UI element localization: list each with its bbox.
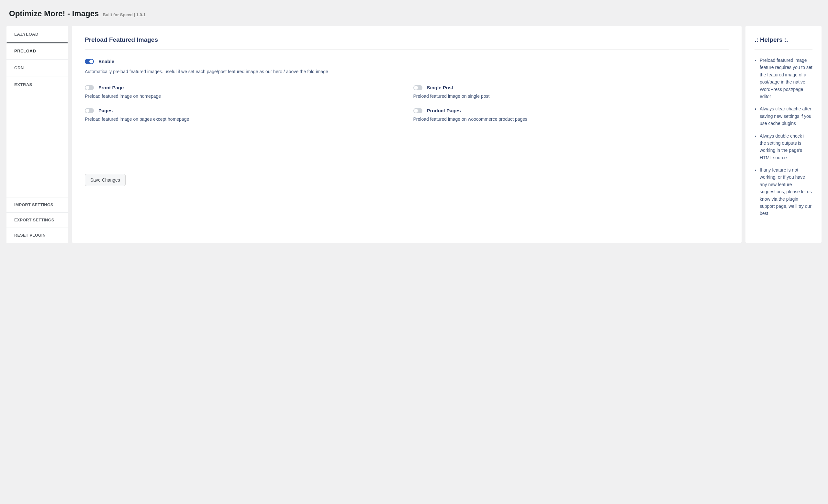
pages-toggle[interactable] <box>85 108 94 113</box>
helper-item: Always clear chache after saving new set… <box>760 105 813 127</box>
tab-preload[interactable]: PRELOAD <box>6 43 68 59</box>
pages-label: Pages <box>98 108 113 113</box>
save-button[interactable]: Save Changes <box>85 174 126 186</box>
export-settings-button[interactable]: EXPORT SETTINGS <box>6 213 68 228</box>
option-pages: Pages Preload featured image on pages ex… <box>85 108 401 122</box>
section-title: Preload Featured Images <box>85 36 729 49</box>
tab-cdn[interactable]: CDN <box>6 59 68 76</box>
front-page-toggle[interactable] <box>85 85 94 90</box>
option-front-page: Front Page Preload featured image on hom… <box>85 85 401 99</box>
tab-extras[interactable]: EXTRAS <box>6 76 68 93</box>
page-title: Optimize More! - Images <box>9 9 99 18</box>
divider <box>85 135 729 135</box>
enable-toggle[interactable] <box>85 59 94 64</box>
product-pages-desc: Preload featured image on woocommerce pr… <box>413 117 729 122</box>
sidebar-tabs: LAZYLOAD PRELOAD CDN EXTRAS <box>6 26 68 197</box>
enable-description: Automatically preload featured images. u… <box>85 68 729 75</box>
pages-desc: Preload featured image on pages except h… <box>85 117 401 122</box>
single-post-desc: Preload featured image on single post <box>413 93 729 99</box>
helpers-list: Preload featured image feature requires … <box>754 57 813 217</box>
options-grid: Front Page Preload featured image on hom… <box>85 85 729 122</box>
sidebar-actions: IMPORT SETTINGS EXPORT SETTINGS RESET PL… <box>6 197 68 243</box>
front-page-label: Front Page <box>98 85 124 90</box>
import-settings-button[interactable]: IMPORT SETTINGS <box>6 198 68 213</box>
reset-plugin-button[interactable]: RESET PLUGIN <box>6 228 68 243</box>
helper-item: Preload featured image feature requires … <box>760 57 813 100</box>
product-pages-label: Product Pages <box>427 108 461 113</box>
settings-panel: Preload Featured Images Enable Automatic… <box>72 26 742 243</box>
enable-label: Enable <box>98 58 114 64</box>
single-post-toggle[interactable] <box>413 85 422 90</box>
option-product-pages: Product Pages Preload featured image on … <box>413 108 729 122</box>
tab-lazyload[interactable]: LAZYLOAD <box>6 26 68 43</box>
option-single-post: Single Post Preload featured image on si… <box>413 85 729 99</box>
page-header: Optimize More! - Images Built for Speed … <box>6 0 822 26</box>
single-post-label: Single Post <box>427 85 454 90</box>
front-page-desc: Preload featured image on homepage <box>85 93 401 99</box>
helper-item: If any feature is not working, or if you… <box>760 166 813 217</box>
settings-sidebar: LAZYLOAD PRELOAD CDN EXTRAS IMPORT SETTI… <box>6 26 68 243</box>
helper-item: Always double check if the setting outpu… <box>760 132 813 162</box>
page-subtitle: Built for Speed | 1.0.1 <box>102 12 146 17</box>
helpers-title: .: Helpers :. <box>754 36 813 49</box>
helpers-panel: .: Helpers :. Preload featured image fea… <box>745 26 822 243</box>
product-pages-toggle[interactable] <box>413 108 422 113</box>
enable-row: Enable <box>85 58 729 64</box>
